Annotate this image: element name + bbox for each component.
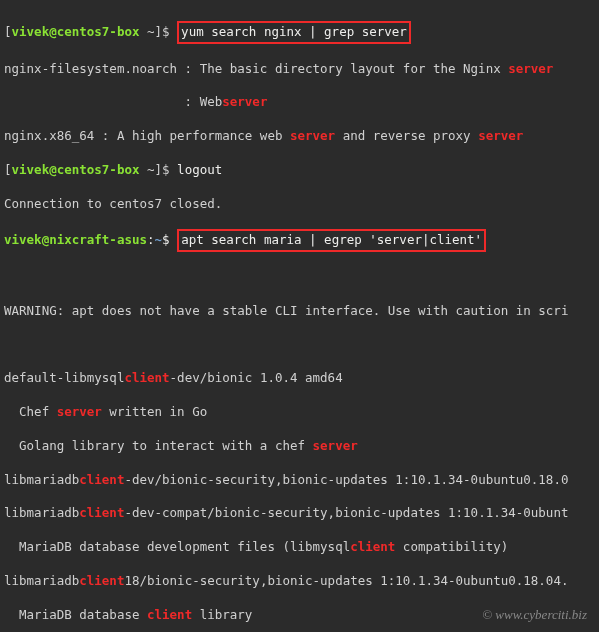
watermark: © www.cyberciti.biz <box>482 606 587 624</box>
terminal-output[interactable]: [vivek@centos7-box ~]$ yum search nginx … <box>0 0 599 632</box>
output-line <box>4 269 595 286</box>
output-line: libmariadbclient-dev/bionic-security,bio… <box>4 472 595 489</box>
user-host: vivek@centos7-box <box>12 162 140 177</box>
output-line: MariaDB database development files (libm… <box>4 539 595 556</box>
prompt-line: [vivek@centos7-box ~]$ logout <box>4 162 595 179</box>
output-line: Chef server written in Go <box>4 404 595 421</box>
output-line: : Webserver <box>4 94 595 111</box>
output-line: nginx-filesystem.noarch : The basic dire… <box>4 61 595 78</box>
output-line: nginx.x86_64 : A high performance web se… <box>4 128 595 145</box>
prompt-line: vivek@nixcraft-asus:~$ apt search maria … <box>4 229 595 252</box>
output-line: default-libmysqlclient-dev/bionic 1.0.4 … <box>4 370 595 387</box>
command-box: apt search maria | egrep 'server|client' <box>177 229 486 252</box>
output-line: Connection to centos7 closed. <box>4 196 595 213</box>
output-line: Golang library to interact with a chef s… <box>4 438 595 455</box>
output-line <box>4 337 595 354</box>
command-box: yum search nginx | grep server <box>177 21 411 44</box>
user-host: vivek@centos7-box <box>12 24 140 39</box>
prompt-line: [vivek@centos7-box ~]$ yum search nginx … <box>4 21 595 44</box>
output-line: WARNING: apt does not have a stable CLI … <box>4 303 595 320</box>
output-line: libmariadbclient-dev-compat/bionic-secur… <box>4 505 595 522</box>
output-line: libmariadbclient18/bionic-security,bioni… <box>4 573 595 590</box>
user-host: vivek@nixcraft-asus <box>4 232 147 247</box>
